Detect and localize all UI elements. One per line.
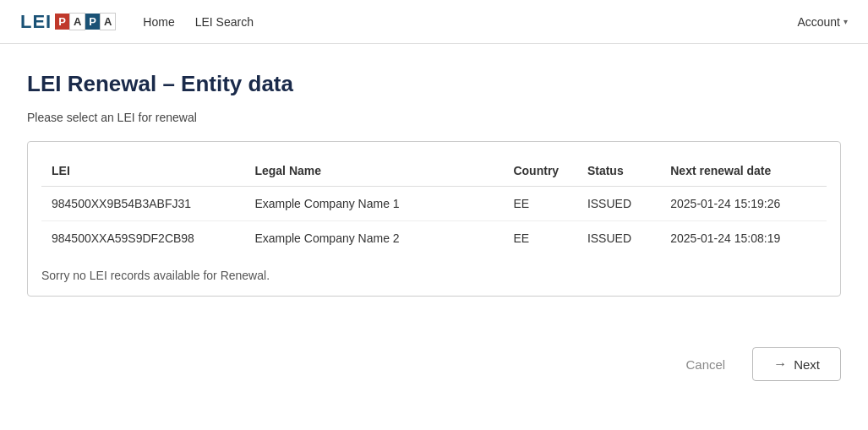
lei-table-container: LEI Legal Name Country Status Next renew… bbox=[27, 141, 841, 297]
main-content: LEI Renewal – Entity data Please select … bbox=[0, 44, 868, 334]
col-header-next-renewal-date: Next renewal date bbox=[660, 155, 827, 187]
no-records-message: Sorry no LEI records available for Renew… bbox=[41, 269, 827, 282]
cell-country-1: EE bbox=[503, 187, 576, 221]
papa-p2: P bbox=[85, 14, 100, 30]
next-arrow-icon: → bbox=[773, 357, 787, 372]
table-row[interactable]: 984500XXA59S9DF2CB98 Example Company Nam… bbox=[41, 221, 827, 256]
lei-table: LEI Legal Name Country Status Next renew… bbox=[41, 155, 827, 255]
next-button[interactable]: → Next bbox=[752, 347, 841, 381]
next-label: Next bbox=[794, 357, 820, 372]
app-header: LEI P A P A Home LEI Search Account ▾ bbox=[0, 0, 868, 44]
cell-country-2: EE bbox=[503, 221, 576, 256]
lei-logo-text: LEI bbox=[20, 11, 52, 33]
cancel-button[interactable]: Cancel bbox=[672, 351, 739, 378]
col-header-lei: LEI bbox=[41, 155, 244, 187]
page-title: LEI Renewal – Entity data bbox=[27, 71, 841, 97]
col-header-legal-name: Legal Name bbox=[244, 155, 503, 187]
col-header-status: Status bbox=[577, 155, 660, 187]
papa-a1: A bbox=[69, 13, 85, 30]
footer-buttons: Cancel → Next bbox=[0, 334, 868, 395]
page-subtitle: Please select an LEI for renewal bbox=[27, 111, 841, 124]
papa-logo: P A P A bbox=[55, 10, 116, 34]
table-header-row: LEI Legal Name Country Status Next renew… bbox=[41, 155, 827, 187]
table-body: 984500XX9B54B3ABFJ31 Example Company Nam… bbox=[41, 187, 827, 256]
account-label: Account bbox=[797, 15, 840, 29]
cell-lei-1: 984500XX9B54B3ABFJ31 bbox=[41, 187, 244, 221]
cell-renewal-date-1: 2025-01-24 15:19:26 bbox=[660, 187, 827, 221]
papa-a2: A bbox=[100, 13, 116, 30]
table-header: LEI Legal Name Country Status Next renew… bbox=[41, 155, 827, 187]
main-nav: Home LEI Search bbox=[143, 15, 797, 29]
cell-status-2: ISSUED bbox=[577, 221, 660, 256]
cell-status-1: ISSUED bbox=[577, 187, 660, 221]
account-menu[interactable]: Account ▾ bbox=[797, 15, 848, 29]
account-dropdown-arrow: ▾ bbox=[843, 17, 848, 26]
cell-legal-name-2: Example Company Name 2 bbox=[244, 221, 503, 256]
cell-legal-name-1: Example Company Name 1 bbox=[244, 187, 503, 221]
logo: LEI P A P A bbox=[20, 10, 116, 34]
cell-renewal-date-2: 2025-01-24 15:08:19 bbox=[660, 221, 827, 256]
col-header-country: Country bbox=[503, 155, 576, 187]
nav-lei-search[interactable]: LEI Search bbox=[195, 15, 254, 29]
nav-home[interactable]: Home bbox=[143, 15, 174, 29]
cell-lei-2: 984500XXA59S9DF2CB98 bbox=[41, 221, 244, 256]
table-row[interactable]: 984500XX9B54B3ABFJ31 Example Company Nam… bbox=[41, 187, 827, 221]
papa-p1: P bbox=[55, 14, 69, 30]
